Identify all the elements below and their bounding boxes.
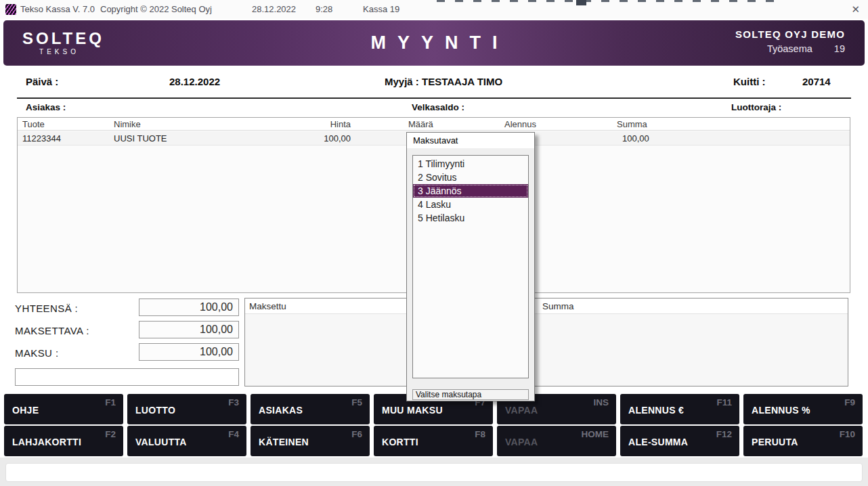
fkey-badge: F5: [351, 397, 362, 407]
button-kortti[interactable]: KORTTI F8: [374, 426, 493, 456]
cell-tuote: 11223344: [22, 131, 61, 146]
cell-summa: 100,00: [622, 131, 649, 146]
debt-balance-label: Velkasaldo :: [412, 102, 464, 112]
items-table-header: Tuote Nimike Hinta Määrä Alennus Summa: [18, 118, 850, 131]
fkey-badge: F4: [228, 429, 239, 439]
payment-option-lasku[interactable]: 4 Lasku: [413, 198, 528, 211]
payment-value-box: 100,00: [139, 343, 239, 361]
col-header-tuote: Tuote: [22, 118, 45, 131]
fkey-badge: F1: [105, 397, 116, 407]
background-window-artifact: [576, 0, 586, 5]
receipt-number: 20714: [802, 76, 831, 87]
button-label: PERUUTA: [752, 437, 798, 447]
workstation-line: Työasema 19: [735, 43, 845, 54]
button-lahjakortti[interactable]: LAHJAKORTTI F2: [4, 426, 123, 456]
button-label: ASIAKAS: [259, 405, 303, 416]
cell-hinta: 100,00: [305, 131, 351, 146]
credit-limit-label: Luottoraja :: [731, 102, 781, 112]
button-label: KORTTI: [382, 437, 418, 447]
button-label: MUU MAKSU: [382, 405, 443, 416]
date-label: Päivä :: [26, 76, 58, 87]
app-window: Tekso Kassa V. 7.0 Copyright © 2022 Solt…: [0, 0, 868, 486]
button-label: VALUUTTA: [135, 437, 187, 447]
button-label: ALENNUS €: [628, 405, 684, 416]
brand-header: SOLTEQ TEKSO MYYNTI SOLTEQ OYJ DEMO Työa…: [3, 20, 865, 66]
button-asiakas[interactable]: ASIAKAS F5: [251, 394, 370, 424]
fkey-badge: F9: [844, 397, 855, 407]
store-name: SOLTEQ OYJ DEMO: [735, 28, 845, 40]
col-header-maara: Määrä: [408, 118, 433, 131]
payment-option-hetilasku[interactable]: 5 Hetilasku: [413, 211, 528, 225]
header-divider: [17, 97, 851, 99]
payment-option-sovitus[interactable]: 2 Sovitus: [413, 171, 528, 184]
fkey-badge: F2: [105, 429, 116, 439]
fkey-badge: F11: [716, 397, 732, 407]
payments-panel: Maksettu Summa: [244, 298, 848, 386]
button-label: LUOTTO: [135, 405, 175, 416]
customer-label: Asiakas :: [26, 102, 66, 112]
button-label: VAPAA: [505, 437, 538, 447]
seller-line: Myyjä : TESTAAJA TIMO: [385, 76, 502, 87]
total-value-box: 100,00: [139, 299, 239, 316]
button-luotto[interactable]: LUOTTO F3: [127, 394, 246, 424]
background-window-artifact: [437, 0, 779, 2]
window-title: Tekso Kassa V. 7.0: [20, 0, 95, 19]
fkey-badge: F3: [228, 397, 239, 407]
button-label: ALE-SUMMA: [628, 437, 688, 447]
workstation-number: 19: [834, 43, 845, 54]
titlebar-register: Kassa 19: [363, 0, 399, 19]
date-value: 28.12.2022: [169, 76, 220, 87]
sum-column-header: Summa: [542, 299, 574, 314]
col-header-nimike: Nimike: [114, 118, 141, 131]
button-label: VAPAA: [505, 405, 538, 416]
button-alennus-eur[interactable]: ALENNUS € F11: [620, 394, 739, 424]
button-peruuta[interactable]: PERUUTA F10: [743, 426, 863, 456]
payment-option-tilimyynti[interactable]: 1 Tilimyynti: [413, 157, 528, 171]
entry-input[interactable]: [15, 368, 239, 386]
button-alennus-pct[interactable]: ALENNUS % F9: [743, 394, 863, 424]
store-info: SOLTEQ OYJ DEMO Työasema 19: [735, 28, 845, 54]
col-header-alennus: Alennus: [504, 118, 536, 131]
titlebar-date: 28.12.2022: [252, 0, 296, 19]
payable-value-box: 100,00: [139, 321, 239, 338]
titlebar-time: 9:28: [316, 0, 332, 19]
bottom-input[interactable]: [5, 463, 863, 482]
button-ale-summa[interactable]: ALE-SUMMA F12: [620, 426, 739, 456]
total-label: YHTEENSÄ :: [15, 303, 78, 314]
payment-label: MAKSU :: [15, 347, 58, 359]
button-label: OHJE: [12, 405, 39, 416]
col-header-hinta: Hinta: [305, 118, 351, 131]
payment-methods-list[interactable]: 1 Tilimyynti 2 Sovitus 3 Jäännös 4 Lasku…: [412, 155, 529, 378]
button-label: LAHJAKORTTI: [12, 437, 81, 447]
copyright-text: Copyright © 2022 Solteq Oyj: [100, 0, 212, 19]
fkey-badge: F10: [840, 429, 855, 439]
close-icon[interactable]: ✕: [851, 0, 860, 19]
fkey-badge: F8: [475, 429, 485, 439]
bottom-bar: [0, 458, 868, 486]
button-valuutta[interactable]: VALUUTTA F4: [127, 426, 246, 456]
button-label: KÄTEINEN: [259, 437, 309, 447]
window-titlebar: Tekso Kassa V. 7.0 Copyright © 2022 Solt…: [0, 0, 868, 19]
cell-nimike: UUSI TUOTE: [114, 131, 167, 146]
receipt-label: Kuitti :: [733, 76, 765, 87]
fkey-badge: F6: [351, 429, 362, 439]
payment-methods-dialog: Maksutavat 1 Tilimyynti 2 Sovitus 3 Jään…: [406, 132, 535, 401]
workstation-label: Työasema: [767, 43, 812, 54]
button-ohje[interactable]: OHJE F1: [4, 394, 123, 424]
dialog-status-bar: Valitse maksutapa: [412, 389, 529, 400]
payment-option-jaannos-selected[interactable]: 3 Jäännös: [413, 184, 528, 198]
fkey-badge: F12: [716, 429, 732, 439]
dialog-title: Maksutavat: [407, 133, 534, 148]
button-label: ALENNUS %: [752, 405, 810, 416]
fkey-badge: INS: [593, 397, 609, 407]
button-kateinen[interactable]: KÄTEINEN F6: [251, 426, 370, 456]
col-header-summa: Summa: [617, 118, 647, 131]
button-vapaa-home: VAPAA HOME: [497, 426, 616, 456]
paid-column-header: Maksettu: [249, 299, 286, 314]
payable-label: MAKSETTAVA :: [15, 325, 89, 336]
app-icon: [5, 4, 16, 15]
fkey-badge: HOME: [582, 429, 609, 439]
payments-panel-header: Maksettu Summa: [245, 299, 848, 314]
